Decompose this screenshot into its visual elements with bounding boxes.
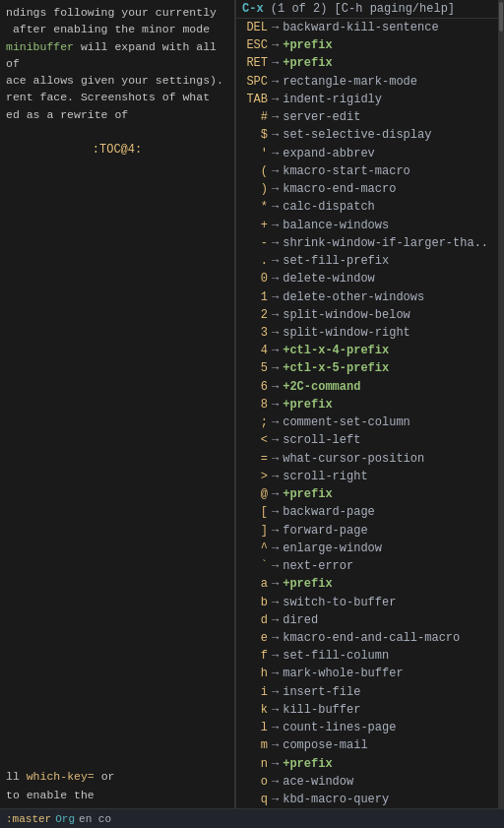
binding-key: b — [240, 594, 272, 611]
binding-arrow: → — [272, 198, 279, 216]
binding-key: > — [240, 468, 272, 485]
binding-arrow: → — [272, 252, 279, 270]
binding-command: expand-abbrev — [283, 145, 375, 162]
which-key-header: C-x (1 of 2) [C-h paging/help] — [236, 0, 498, 19]
binding-command: kill-buffer — [283, 701, 360, 719]
binding-command: ace-window — [283, 773, 353, 791]
binding-command: scroll-left — [283, 431, 360, 449]
key-binding-row: 0→delete-window — [240, 270, 494, 287]
binding-arrow: → — [272, 431, 279, 449]
key-binding-row: 4→+ctl-x-4-prefix — [240, 342, 494, 359]
binding-key: - — [240, 234, 272, 252]
binding-command: mark-whole-buffer — [283, 665, 403, 682]
binding-command: backward-page — [283, 503, 375, 521]
binding-key: f — [240, 647, 272, 665]
major-mode: Org — [55, 813, 75, 825]
key-binding-row: @→+prefix — [240, 485, 494, 503]
binding-key: ' — [240, 145, 272, 162]
status-extra: en co — [79, 813, 111, 825]
binding-key: < — [240, 431, 272, 449]
binding-command: switch-to-buffer — [283, 594, 396, 611]
binding-command: +ctl-x-4-prefix — [283, 342, 389, 359]
key-binding-row: 8→+prefix — [240, 396, 494, 414]
binding-key: 2 — [240, 306, 272, 324]
binding-arrow: → — [272, 162, 279, 180]
binding-key: q — [240, 791, 272, 808]
key-binding-row: ]→forward-page — [240, 522, 494, 540]
binding-command: calc-dispatch — [283, 198, 375, 216]
binding-arrow: → — [272, 91, 279, 108]
binding-command: +prefix — [283, 575, 332, 593]
key-binding-row: <→scroll-left — [240, 431, 494, 449]
key-binding-row: (→kmacro-start-macro — [240, 162, 494, 180]
binding-command: set-fill-prefix — [283, 252, 389, 270]
binding-arrow: → — [272, 719, 279, 736]
key-binding-row: RET→+prefix — [240, 54, 494, 72]
binding-key: . — [240, 252, 272, 270]
binding-arrow: → — [272, 126, 279, 144]
binding-arrow: → — [272, 575, 279, 593]
binding-arrow: → — [272, 54, 279, 72]
binding-arrow: → — [272, 234, 279, 252]
binding-arrow: → — [272, 145, 279, 162]
binding-arrow: → — [272, 73, 279, 91]
binding-arrow: → — [272, 359, 279, 377]
binding-key: = — [240, 450, 272, 468]
binding-key: * — [240, 198, 272, 216]
key-binding-row: >→scroll-right — [240, 468, 494, 485]
binding-key: # — [240, 108, 272, 126]
binding-arrow: → — [272, 540, 279, 557]
binding-key: ` — [240, 557, 272, 575]
binding-key: ] — [240, 522, 272, 540]
binding-arrow: → — [272, 791, 279, 808]
binding-key: $ — [240, 126, 272, 144]
binding-arrow: → — [272, 611, 279, 629]
scroll-indicator[interactable] — [498, 0, 504, 808]
key-binding-row: '→expand-abbrev — [240, 145, 494, 162]
key-binding-row: TAB→indent-rigidly — [240, 91, 494, 108]
binding-arrow: → — [272, 683, 279, 701]
key-binding-row: )→kmacro-end-macro — [240, 180, 494, 198]
binding-command: comment-set-column — [283, 414, 410, 431]
binding-key: DEL — [240, 19, 272, 36]
binding-command: +prefix — [283, 54, 332, 72]
binding-arrow: → — [272, 36, 279, 54]
binding-key: d — [240, 611, 272, 629]
binding-key: 6 — [240, 378, 272, 396]
binding-arrow: → — [272, 773, 279, 791]
binding-arrow: → — [272, 414, 279, 431]
key-binding-row: o→ace-window — [240, 773, 494, 791]
binding-key: TAB — [240, 91, 272, 108]
binding-command: +prefix — [283, 396, 332, 414]
right-panel: C-x (1 of 2) [C-h paging/help] DEL→backw… — [236, 0, 498, 808]
binding-key: 0 — [240, 270, 272, 287]
key-binding-row: ;→comment-set-column — [240, 414, 494, 431]
binding-key: SPC — [240, 73, 272, 91]
key-binding-row: DEL→backward-kill-sentence — [240, 19, 494, 36]
binding-arrow: → — [272, 647, 279, 665]
binding-arrow: → — [272, 217, 279, 234]
status-bar: :master Org en co — [0, 808, 504, 828]
scroll-thumb[interactable] — [499, 2, 503, 32]
key-binding-row: =→what-cursor-position — [240, 450, 494, 468]
binding-key: ( — [240, 162, 272, 180]
binding-command: +ctl-x-5-prefix — [283, 359, 389, 377]
key-binding-row: i→insert-file — [240, 683, 494, 701]
binding-key: RET — [240, 54, 272, 72]
key-binding-row: e→kmacro-end-and-call-macro — [240, 629, 494, 647]
binding-arrow: → — [272, 108, 279, 126]
binding-arrow: → — [272, 468, 279, 485]
binding-key: 4 — [240, 342, 272, 359]
binding-command: dired — [283, 611, 318, 629]
binding-key: o — [240, 773, 272, 791]
key-binding-row: `→next-error — [240, 557, 494, 575]
binding-arrow: → — [272, 629, 279, 647]
left-panel: ndings following your currently after en… — [0, 0, 234, 808]
binding-command: insert-file — [283, 683, 360, 701]
binding-command: count-lines-page — [283, 719, 396, 736]
key-binding-row: 1→delete-other-windows — [240, 288, 494, 306]
binding-key: h — [240, 665, 272, 682]
key-binding-row: -→shrink-window-if-larger-tha.. — [240, 234, 494, 252]
binding-key: l — [240, 719, 272, 736]
key-binding-row: b→switch-to-buffer — [240, 594, 494, 611]
